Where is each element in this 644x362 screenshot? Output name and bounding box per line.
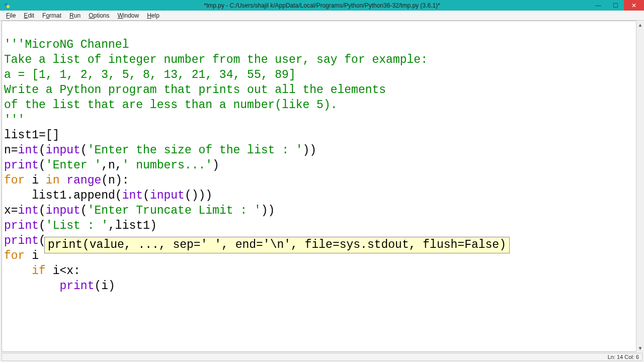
menu-options[interactable]: Options — [85, 11, 113, 20]
titlebar: *tmp.py - C:/Users/shajil k/AppData/Loca… — [0, 0, 644, 11]
menu-help[interactable]: Help — [143, 11, 164, 20]
code-line: Write a Python program that prints out a… — [4, 83, 386, 97]
code-line: a = [1, 1, 2, 3, 5, 8, 13, 21, 34, 55, 8… — [4, 68, 296, 81]
menu-window[interactable]: Window — [114, 11, 143, 20]
code-line: print( — [4, 234, 46, 247]
menubar: File Edit Format Run Options Window Help — [0, 11, 644, 21]
window-controls: — ☐ ✕ — [590, 0, 644, 11]
menu-format[interactable]: Format — [38, 11, 65, 20]
cursor-position: Ln: 14 Col: 6 — [608, 354, 639, 360]
code-line: x=int(input('Enter Truncate Limit : ')) — [4, 204, 275, 217]
menu-edit[interactable]: Edit — [20, 11, 38, 20]
minimize-button[interactable]: — — [590, 0, 607, 11]
statusbar: Ln: 14 Col: 6 — [2, 353, 642, 361]
vertical-scrollbar[interactable]: ▲ ▼ — [636, 21, 644, 352]
calltip-tooltip: print(value, ..., sep=' ', end='\n', fil… — [44, 237, 510, 253]
code-line: ''' — [4, 114, 25, 127]
code-line: list1.append(int(input())) — [4, 189, 212, 202]
code-editor[interactable]: '''MicroNG Channel Take a list of intege… — [2, 21, 642, 310]
code-line: for i — [4, 249, 39, 262]
code-line: '''MicroNG Channel — [4, 38, 129, 51]
code-line: if i<x: — [4, 264, 80, 278]
editor-area[interactable]: '''MicroNG Channel Take a list of intege… — [2, 21, 642, 352]
code-line: Take a list of integer number from the u… — [4, 53, 428, 66]
code-line: n=int(input('Enter the size of the list … — [4, 144, 316, 157]
code-line: of the list that are less than a number(… — [4, 99, 338, 112]
menu-file[interactable]: File — [2, 11, 20, 20]
code-line: list1=[] — [4, 129, 59, 142]
scroll-up-icon[interactable]: ▲ — [636, 21, 644, 29]
scroll-down-icon[interactable]: ▼ — [636, 344, 644, 352]
maximize-button[interactable]: ☐ — [607, 0, 624, 11]
window-title: *tmp.py - C:/Users/shajil k/AppData/Loca… — [0, 2, 644, 9]
code-line: for i in range(n): — [4, 174, 129, 187]
close-button[interactable]: ✕ — [624, 0, 644, 11]
svg-point-1 — [7, 5, 10, 8]
code-line: print(i) — [4, 280, 115, 293]
menu-run[interactable]: Run — [65, 11, 85, 20]
app-icon — [3, 2, 11, 10]
code-line: print('List : ',list1) — [4, 219, 157, 232]
code-line: print('Enter ',n,' numbers...') — [4, 159, 219, 172]
